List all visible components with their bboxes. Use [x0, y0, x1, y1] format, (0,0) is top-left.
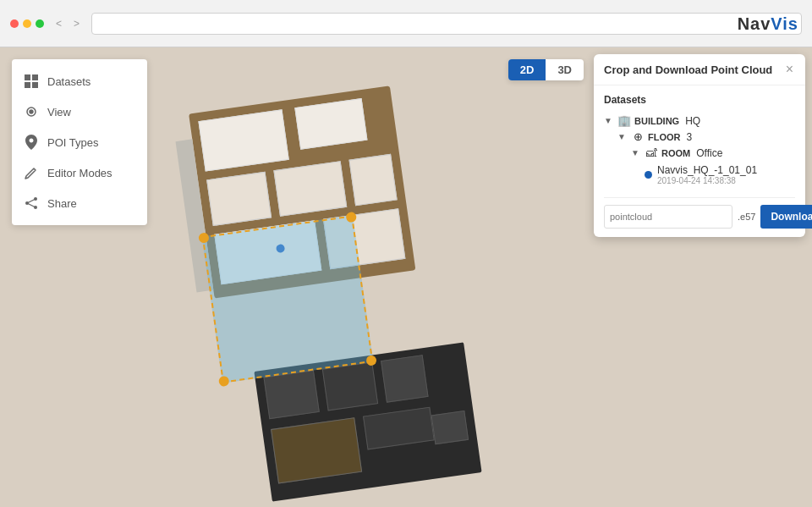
editor-modes-label: Editor Modes	[47, 167, 112, 179]
floor-type-label: FLOOR	[648, 132, 681, 142]
floor-icon: ⊕	[631, 130, 645, 143]
dataset-info: Navvis_HQ_-1_01_01 2019-04-24 14:38:38	[657, 164, 757, 185]
view-icon	[24, 104, 39, 119]
room-icon: 🛋	[645, 146, 658, 159]
sidebar-item-view[interactable]: View	[12, 96, 147, 127]
svg-line-9	[27, 199, 36, 203]
sidebar: Datasets View POI Types	[12, 59, 147, 225]
dataset-dot	[645, 171, 652, 179]
ext-label: .e57	[738, 212, 755, 222]
view-label: View	[47, 106, 71, 118]
3d-button[interactable]: 3D	[546, 59, 584, 80]
close-dot[interactable]	[10, 19, 19, 28]
datasets-section-label: Datasets	[604, 94, 795, 106]
room-name: Office	[696, 147, 722, 159]
crop-panel-body: Datasets ▼ 🏢 BUILDING HQ ▼ ⊕ FLOOR 3 ▼ 🛋…	[594, 85, 805, 237]
browser-dots	[10, 19, 44, 28]
sidebar-item-share[interactable]: Share	[12, 188, 147, 218]
chevron-room: ▼	[631, 148, 641, 157]
svg-rect-3	[32, 82, 38, 88]
chevron-building: ▼	[604, 116, 614, 125]
building-icon: 🏢	[617, 114, 631, 127]
2d-button[interactable]: 2D	[508, 59, 546, 80]
back-arrow[interactable]: <	[52, 16, 65, 31]
dataset-date: 2019-04-24 14:38:38	[657, 176, 757, 185]
download-button[interactable]: Download	[760, 205, 812, 229]
forward-arrow[interactable]: >	[70, 16, 83, 31]
filename-input[interactable]	[604, 205, 732, 229]
download-row: .e57 Download	[604, 197, 795, 229]
maximize-dot[interactable]	[36, 19, 44, 28]
navvis-logo: NavVis	[738, 14, 798, 33]
building-type-label: BUILDING	[634, 116, 679, 126]
selection-handle-tl[interactable]	[198, 232, 210, 244]
floor-number: 3	[687, 131, 693, 143]
poi-icon	[24, 135, 39, 150]
crop-panel: Crop and Download Point Cloud × Datasets…	[594, 54, 805, 237]
minimize-dot[interactable]	[23, 19, 31, 28]
share-label: Share	[47, 197, 77, 210]
svg-point-5	[30, 110, 33, 113]
svg-rect-1	[32, 74, 38, 80]
tree-floor[interactable]: ▼ ⊕ FLOOR 3	[604, 129, 795, 145]
datasets-label: Datasets	[47, 75, 91, 88]
editor-icon	[24, 165, 39, 180]
browser-chrome: < > NavVis	[0, 0, 812, 47]
datasets-icon	[24, 74, 39, 89]
dataset-item[interactable]: Navvis_HQ_-1_01_01 2019-04-24 14:38:38	[604, 161, 795, 189]
main-content: Datasets View POI Types	[0, 47, 812, 507]
svg-rect-2	[25, 82, 30, 88]
sidebar-item-poi-types[interactable]: POI Types	[12, 127, 147, 157]
crop-panel-title: Crop and Download Point Cloud	[604, 63, 772, 76]
building-name: HQ	[685, 115, 700, 127]
dataset-name: Navvis_HQ_-1_01_01	[657, 164, 757, 176]
tree-building[interactable]: ▼ 🏢 BUILDING HQ	[604, 113, 795, 129]
browser-nav: < >	[52, 16, 83, 31]
chevron-floor: ▼	[617, 132, 628, 141]
sidebar-item-datasets[interactable]: Datasets	[12, 66, 147, 96]
room-type-label: ROOM	[661, 148, 690, 158]
tree-room[interactable]: ▼ 🛋 ROOM Office	[604, 145, 795, 161]
poi-types-label: POI Types	[47, 136, 98, 149]
svg-rect-0	[25, 74, 30, 80]
sidebar-item-editor-modes[interactable]: Editor Modes	[12, 157, 147, 188]
crop-panel-header: Crop and Download Point Cloud ×	[594, 54, 805, 85]
svg-line-10	[27, 203, 36, 207]
share-icon	[24, 196, 39, 211]
address-bar[interactable]	[91, 13, 802, 35]
view-toggle: 2D 3D	[508, 59, 584, 80]
close-button[interactable]: ×	[784, 63, 795, 76]
